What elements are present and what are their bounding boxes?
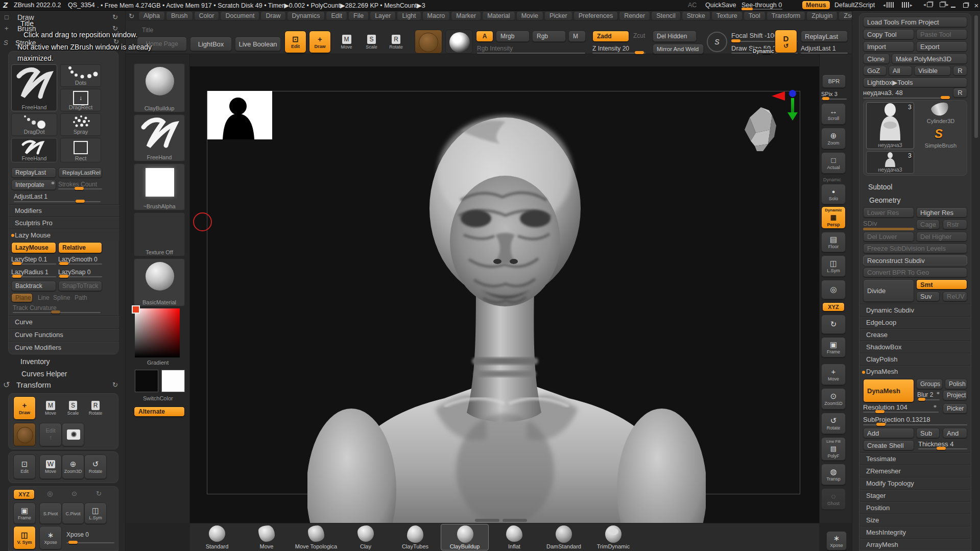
active-tool-track[interactable] (863, 98, 950, 99)
add-button[interactable]: Add (863, 428, 914, 438)
del-hidden-button[interactable]: Del Hidden (653, 31, 697, 42)
move-mode-button[interactable]: M Move (336, 31, 357, 53)
convert-bpr-button[interactable]: Convert BPR To Geo (863, 268, 967, 277)
simplebrush-tool[interactable]: S SimpleBrush (916, 127, 965, 149)
menu-marker[interactable]: Marker (451, 11, 481, 20)
reconstruct-subdiv-button[interactable]: Reconstruct Subdiv (863, 255, 967, 266)
focal-shift-handle[interactable] (731, 39, 740, 42)
stroke-type-dragdot[interactable]: DragDot (11, 113, 57, 136)
adjustlast-slider[interactable]: AdjustLast 1 (801, 45, 836, 52)
menu-draw[interactable]: Draw (260, 11, 285, 20)
silhouette-preview[interactable] (207, 91, 272, 139)
vsym-button[interactable]: ◫ V. Sym (13, 526, 36, 549)
project-button[interactable]: Project (943, 390, 967, 400)
sdiv-slider[interactable]: SDiv (863, 220, 877, 227)
rstr-button[interactable]: Rstr (943, 220, 967, 229)
menu-movie[interactable]: Movie (516, 11, 543, 20)
canvas-hscroll-left[interactable] (475, 519, 499, 522)
menu-texture[interactable]: Texture (711, 11, 743, 20)
adjustlast-track[interactable] (801, 53, 848, 54)
brush-claybuildup-selected[interactable]: ClayBuildup (441, 524, 489, 550)
menu-dynamics[interactable]: Dynamics (287, 11, 325, 20)
adjustlast-stroke-track[interactable] (14, 201, 101, 202)
edit-disabled-button[interactable]: Edit ↑ (39, 423, 62, 446)
transform-palette-header[interactable]: Transform (16, 380, 51, 389)
backtrack-button[interactable]: Backtrack (11, 281, 56, 291)
claypolish-section[interactable]: ClayPolish (860, 353, 970, 365)
stager-section[interactable]: Stager (860, 489, 970, 501)
m-button[interactable]: M (568, 31, 586, 42)
current-stroke-tile[interactable]: FreeHand (134, 114, 185, 161)
stroke-type-freehand[interactable]: FreeHand (11, 64, 57, 111)
edit-nav-button[interactable]: ⊡ Edit (13, 454, 36, 479)
resolution-dot[interactable] (934, 404, 937, 408)
z-intensity-slider[interactable]: Z Intensity 20 (592, 45, 629, 52)
curve-modifiers-section[interactable]: Curve Modifiers (9, 341, 119, 353)
close-button[interactable]: × (971, 1, 980, 9)
dynamic-label[interactable]: Dynamic (752, 49, 775, 54)
groups-button[interactable]: Groups (916, 379, 943, 389)
lazy-mouse-section[interactable]: Lazy Mouse (9, 229, 119, 241)
resolution-handle[interactable] (875, 410, 885, 413)
xyz-button[interactable]: XYZ (13, 489, 35, 499)
cage-button[interactable]: Cage (916, 220, 940, 229)
modify-topology-section[interactable]: Modify Topology (860, 477, 970, 489)
menu-tool[interactable]: Tool (744, 11, 766, 20)
menu-transform[interactable]: Transform (767, 11, 806, 20)
make-polymesh3d-button[interactable]: Make PolyMesh3D (892, 54, 967, 64)
interpolate-dot[interactable] (51, 181, 55, 184)
subtool-header[interactable]: Subtool (868, 183, 892, 191)
divider-right-icon[interactable]: ▸ (902, 2, 913, 8)
active-tool-thumb[interactable]: 3 неудача3 (866, 102, 914, 149)
menu-stencil[interactable]: Stencil (651, 11, 681, 20)
quicksave-button[interactable]: QuickSave (705, 2, 736, 9)
stroke-type-spray[interactable]: Spray (60, 113, 101, 136)
brush-claytubes[interactable]: ClayTubes (391, 525, 439, 550)
dynamic-subdiv-section[interactable]: Dynamic Subdiv (860, 304, 970, 316)
main-color-swatch[interactable] (135, 370, 158, 392)
stroke-type-freehand-small[interactable]: FreeHand (11, 138, 57, 162)
modifiers-section[interactable]: Modifiers (9, 204, 119, 217)
sub-button[interactable]: Sub (916, 428, 940, 438)
shelf-frame-button[interactable]: ▣Frame (821, 337, 846, 357)
xpose-slider[interactable]: Xpose 0 (66, 531, 89, 538)
curve-functions-section[interactable]: Curve Functions (9, 328, 119, 341)
lazysmooth-handle[interactable] (59, 262, 68, 265)
z-intensity-handle[interactable] (635, 51, 644, 54)
shelf-scroll-button[interactable]: ↔Scroll (821, 103, 846, 125)
cpivot-button[interactable]: C.Pivot (62, 502, 84, 524)
polyhead-preview[interactable] (740, 103, 779, 152)
copy-tool-button[interactable]: Copy Tool (863, 29, 914, 39)
curves-helper-header[interactable]: Curves Helper (21, 370, 67, 378)
reuv-button[interactable]: ReUV (943, 292, 967, 301)
rotate-nav-button[interactable]: ↺ Rotate (84, 454, 107, 479)
menu-document[interactable]: Document (220, 11, 259, 20)
dynamesh-button[interactable]: DynaMesh (863, 379, 914, 402)
active-tool-slider[interactable]: неудача3. 48 (863, 89, 903, 97)
mrgb-button[interactable]: Mrgb (496, 31, 530, 42)
rotate-mode-button[interactable]: R Rotate (385, 31, 407, 53)
resolution-slider[interactable]: Resolution 104 (863, 403, 907, 411)
refresh-icon[interactable]: ↻ (129, 13, 134, 19)
gizmo-blue-dot[interactable] (789, 90, 796, 97)
clone-button[interactable]: Clone (863, 54, 890, 64)
thickness-handle[interactable] (937, 447, 946, 450)
current-color-swatch[interactable] (132, 305, 140, 314)
edit-mode-button[interactable]: ⊡ Edit (284, 31, 306, 53)
blur-handle[interactable] (918, 398, 925, 401)
shelf-floor-button[interactable]: ▤Floor (821, 232, 846, 252)
brush-trimdynamic[interactable]: TrimDynamic (589, 525, 637, 550)
xpose-button[interactable]: ∗ Xpose (39, 526, 62, 549)
menu-file[interactable]: File (348, 11, 369, 20)
mirror-and-weld-button[interactable]: Mirror And Weld (653, 44, 704, 54)
shelf-rotate-button[interactable]: ↺Rotate (821, 413, 846, 434)
restore-button[interactable] (960, 1, 971, 9)
lazystep-handle[interactable] (12, 262, 21, 265)
menu-macro[interactable]: Macro (422, 11, 450, 20)
zcut-label[interactable]: Zcut (633, 32, 645, 39)
cylinder3d-tool[interactable]: Cylinder3D (916, 102, 965, 125)
axis-icon-2[interactable]: ⊙ (71, 490, 77, 497)
adjustlast-stroke-slider[interactable]: AdjustLast 1 (14, 193, 47, 200)
material-preview-button[interactable] (445, 30, 473, 54)
meshintegrity-section[interactable]: MeshIntegrity (860, 526, 970, 538)
